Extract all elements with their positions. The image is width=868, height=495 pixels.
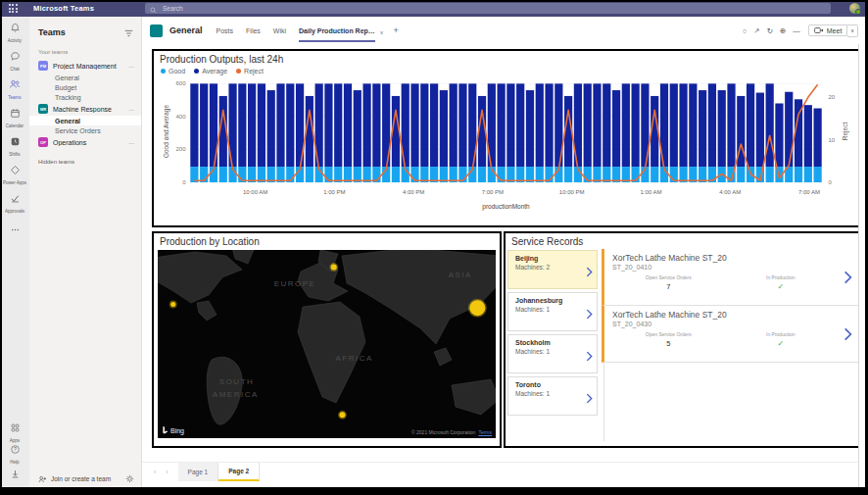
service-record-st_20_0410[interactable]: XorTech Lathe Machine ST_20ST_20_0410Ope… xyxy=(602,249,858,306)
legend-good[interactable]: Good xyxy=(161,68,185,74)
terms-link[interactable]: Terms xyxy=(478,429,492,435)
channel-budget[interactable]: Budget xyxy=(29,82,141,92)
channel-avatar xyxy=(150,25,163,37)
user-avatar[interactable] xyxy=(849,3,860,14)
add-tab-button[interactable]: + xyxy=(394,25,399,35)
bing-logo: Bing xyxy=(162,426,184,435)
svg-text:4:00 AM: 4:00 AM xyxy=(719,189,741,195)
camera-icon xyxy=(814,26,824,34)
team-more-icon[interactable]: ⋯ xyxy=(128,139,135,146)
chevron-right-icon xyxy=(586,264,593,281)
filter-icon[interactable] xyxy=(124,24,133,41)
bing-map[interactable]: EUROPEASIAAFRICASOUTHAMERICA Bing © 2021… xyxy=(158,250,496,438)
page-tab-page-1[interactable]: Page 1 xyxy=(178,463,219,481)
team-more-icon[interactable]: ⋯ xyxy=(128,106,135,113)
your-teams-label: Your teams xyxy=(29,47,141,59)
rail-item-power-apps[interactable]: Power Apps xyxy=(0,159,29,187)
chevron-right-icon xyxy=(586,390,593,408)
map-label-africa: AFRICA xyxy=(335,354,372,363)
powerbi-report: Production Outputs, last 24h GoodAverage… xyxy=(142,44,868,495)
svg-text:7:00 AM: 7:00 AM xyxy=(798,189,820,195)
hidden-teams-label[interactable]: Hidden teams xyxy=(29,149,141,174)
app-rail: ActivityChatTeamsCalendarShiftsPower App… xyxy=(0,17,29,495)
rail-item-help[interactable]: ?Help xyxy=(0,442,29,464)
globe-icon[interactable]: ⊕ xyxy=(780,26,786,35)
team-project-management[interactable]: PMProject Management⋯ xyxy=(29,59,141,73)
legend-reject[interactable]: Reject xyxy=(236,68,264,74)
rail-item-chat[interactable]: Chat xyxy=(0,45,29,74)
status-circle-icon[interactable]: ○ xyxy=(743,26,747,35)
legend-average[interactable]: Average xyxy=(194,68,227,74)
map-dot-johannesburg[interactable] xyxy=(339,412,345,418)
svg-text:productionMonth: productionMonth xyxy=(482,203,530,211)
record-list: XorTech Lathe Machine ST_20ST_20_0410Ope… xyxy=(602,249,858,441)
service-records-panel: Service Records BeijingMachines: 2Johann… xyxy=(504,231,860,448)
rail-item-approvals[interactable]: Approvals xyxy=(0,187,29,216)
more-horizontal-icon[interactable]: — xyxy=(793,26,800,35)
channel-service-orders[interactable]: Service Orders xyxy=(29,125,141,135)
rail-item-teams[interactable]: Teams xyxy=(0,74,29,102)
location-card-stockholm[interactable]: StockholmMachines: 1 xyxy=(507,334,598,373)
map-dot-toronto[interactable] xyxy=(170,302,175,307)
tab-posts[interactable]: Posts xyxy=(217,17,234,44)
world-map: EUROPEASIAAFRICASOUTHAMERICA xyxy=(158,250,496,431)
team-avatar: PM xyxy=(38,61,48,71)
chat-icon xyxy=(10,48,21,66)
map-label-asia: ASIA xyxy=(449,271,472,279)
chevron-right-icon xyxy=(586,348,593,366)
rail-item-activity[interactable]: Activity xyxy=(0,17,29,45)
popout-icon[interactable]: ↗ xyxy=(753,26,759,35)
refresh-icon[interactable]: ↻ xyxy=(767,26,773,35)
channel-general[interactable]: General xyxy=(29,116,141,125)
join-or-create-team[interactable]: Join or create a team xyxy=(51,475,125,482)
location-card-johannesburg[interactable]: JohannesburgMachines: 1 xyxy=(507,292,598,331)
page-tab-page-2[interactable]: Page 2 xyxy=(218,463,260,481)
production-outputs-chart-panel: Production Outputs, last 24h GoodAverage… xyxy=(152,49,860,227)
rail-item-apps[interactable]: Apps xyxy=(0,421,29,442)
tab-daily-production-rep-[interactable]: Daily Production Rep… xyxy=(299,17,375,44)
location-card-toronto[interactable]: TorontoMachines: 1 xyxy=(507,376,598,416)
manage-teams-gear-icon[interactable] xyxy=(125,470,134,487)
map-dot-beijing[interactable] xyxy=(469,300,485,316)
svg-text:20: 20 xyxy=(829,94,836,100)
waffle-menu-icon[interactable] xyxy=(0,0,25,17)
map-dot-stockholm[interactable] xyxy=(331,265,337,271)
service-record-st_20_0430[interactable]: XorTech Lathe Machine ST_20ST_20_0430Ope… xyxy=(602,306,858,363)
svg-text:1:00 PM: 1:00 PM xyxy=(323,189,345,195)
channel-tracking[interactable]: Tracking xyxy=(29,92,141,102)
search-icon xyxy=(150,0,157,18)
presence-dot xyxy=(855,9,861,15)
meet-button[interactable]: Meet xyxy=(808,25,848,36)
chevron-right-icon xyxy=(844,327,852,345)
search-box[interactable] xyxy=(145,3,831,14)
svg-text:400: 400 xyxy=(175,114,186,120)
scrollbar-gutter[interactable] xyxy=(858,44,865,487)
rail-item-more[interactable] xyxy=(0,216,29,244)
page-nav-arrows[interactable]: ‹ › xyxy=(154,469,172,475)
bell-icon xyxy=(10,20,21,37)
team-machine-response[interactable]: MRMachine Response⋯ xyxy=(29,102,141,116)
power-apps-icon xyxy=(10,162,21,179)
svg-text:4:00 PM: 4:00 PM xyxy=(403,189,424,195)
record-list-empty-area xyxy=(603,363,858,441)
tab-dropdown-chevron-icon[interactable]: ∨ xyxy=(380,29,384,35)
sidebar-title: Teams xyxy=(38,27,66,37)
map-title: Production by Location xyxy=(154,233,500,247)
team-more-icon[interactable]: ⋯ xyxy=(128,63,135,70)
production-outputs-chart[interactable]: 02004006000102010:00 AM1:00 PM4:00 PM7:0… xyxy=(154,74,858,218)
apps-icon xyxy=(10,420,21,437)
rail-item-download[interactable] xyxy=(0,464,29,485)
rail-item-shifts[interactable]: Shifts xyxy=(0,130,29,159)
shifts-icon xyxy=(10,133,21,151)
team-operations[interactable]: OPOperations⋯ xyxy=(29,135,141,149)
calendar-icon xyxy=(10,105,21,123)
rail-item-calendar[interactable]: Calendar xyxy=(0,102,29,130)
tab-wiki[interactable]: Wiki xyxy=(273,17,286,44)
search-input[interactable] xyxy=(161,4,826,13)
tab-files[interactable]: Files xyxy=(246,17,261,44)
location-card-beijing[interactable]: BeijingMachines: 2 xyxy=(507,250,598,289)
meet-dropdown-chevron-icon[interactable]: ∨ xyxy=(847,25,858,37)
svg-text:10:00 AM: 10:00 AM xyxy=(243,189,267,195)
channel-general[interactable]: General xyxy=(29,73,141,82)
chevron-right-icon xyxy=(844,271,852,288)
